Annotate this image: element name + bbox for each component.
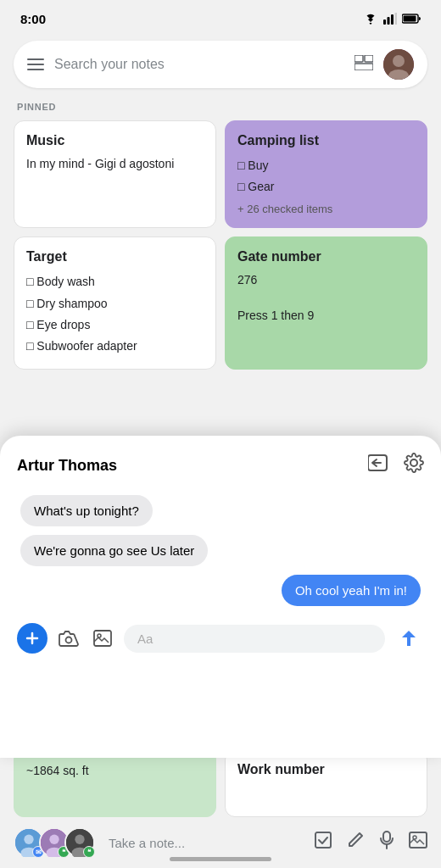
- target-item-3: Eye drops: [26, 314, 204, 336]
- camping-item-buy: Buy: [237, 155, 415, 176]
- status-time: 8:00: [20, 12, 46, 26]
- checkbox-icon[interactable]: [314, 831, 332, 854]
- svg-point-23: [75, 835, 84, 844]
- menu-icon[interactable]: [27, 58, 44, 70]
- wifi-icon: [363, 13, 378, 25]
- note-sqft-body: ~1864 sq. ft: [26, 762, 204, 780]
- message-received-2: We're gonna go see Us later: [20, 535, 208, 566]
- camping-item-gear: Gear: [237, 176, 415, 198]
- messenger-settings-icon[interactable]: [404, 453, 424, 478]
- svg-point-10: [393, 55, 405, 67]
- svg-rect-7: [365, 55, 373, 62]
- target-item-4: Subwoofer adapter: [26, 336, 204, 357]
- messenger-add-button[interactable]: [17, 623, 47, 654]
- messenger-contact-name: Artur Thomas: [17, 457, 117, 475]
- search-bar[interactable]: Search your notes: [14, 41, 427, 88]
- msg-row-1: What's up tonight?: [20, 495, 421, 526]
- note-gate[interactable]: Gate number 276Press 1 then 9: [225, 236, 427, 370]
- note-music-body: In my mind - Gigi d agostoni: [26, 155, 204, 173]
- mic-icon[interactable]: [380, 831, 394, 854]
- note-camping-list: Buy Gear: [237, 155, 415, 198]
- note-target[interactable]: Target Body wash Dry shampoo Eye drops S…: [14, 236, 216, 370]
- messenger-popup: Artur Thomas What's up tonig: [0, 436, 441, 758]
- msg-row-2: We're gonna go see Us later: [20, 535, 421, 566]
- note-target-list: Body wash Dry shampoo Eye drops Subwoofe…: [26, 271, 204, 357]
- svg-point-13: [66, 637, 72, 643]
- notes-grid: Music In my mind - Gigi d agostoni Campi…: [0, 120, 441, 370]
- note-camping-title: Camping list: [237, 133, 415, 148]
- messenger-back-icon[interactable]: [368, 453, 390, 477]
- user-avatar[interactable]: [383, 49, 414, 80]
- image-icon[interactable]: [409, 832, 427, 854]
- home-indicator: [170, 857, 271, 861]
- svg-rect-26: [383, 832, 390, 842]
- note-target-title: Target: [26, 249, 204, 264]
- note-music-title: Music: [26, 133, 204, 148]
- take-note-label[interactable]: Take a note...: [109, 836, 185, 850]
- svg-rect-5: [404, 16, 416, 22]
- messages-container: What's up tonight? We're gonna go see Us…: [17, 495, 424, 606]
- battery-icon: [402, 14, 421, 24]
- svg-rect-0: [383, 19, 386, 25]
- note-music[interactable]: Music In my mind - Gigi d agostoni: [14, 120, 216, 228]
- avatar-3-badge: ❝: [83, 846, 95, 858]
- svg-rect-3: [395, 13, 398, 25]
- messenger-input-row: Aa: [17, 623, 424, 654]
- messenger-text-input[interactable]: Aa: [124, 625, 385, 653]
- svg-rect-8: [354, 64, 373, 70]
- search-placeholder: Search your notes: [54, 57, 344, 72]
- note-gate-title: Gate number: [237, 249, 415, 264]
- status-bar: 8:00: [0, 0, 441, 34]
- note-camping-more: + 26 checked items: [237, 203, 415, 215]
- svg-rect-2: [391, 14, 394, 25]
- note-gate-body: 276Press 1 then 9: [237, 271, 415, 325]
- svg-rect-1: [388, 17, 390, 25]
- note-camping[interactable]: Camping list Buy Gear + 26 checked items: [225, 120, 427, 228]
- target-item-2: Dry shampoo: [26, 293, 204, 314]
- pencil-icon[interactable]: [348, 831, 365, 854]
- avatar-image: [383, 49, 414, 80]
- toolbar-avatars: ✉ ❝ ❝: [14, 827, 95, 858]
- message-sent-1: Oh cool yeah I'm in!: [282, 575, 421, 606]
- message-received-1: What's up tonight?: [20, 495, 153, 526]
- pinned-label: PINNED: [0, 102, 441, 120]
- target-item-1: Body wash: [26, 271, 204, 292]
- note-sqft[interactable]: ~1864 sq. ft: [14, 749, 216, 817]
- signal-icon: [383, 13, 397, 25]
- status-icons: [363, 13, 421, 25]
- svg-rect-25: [315, 832, 331, 848]
- note-worknumber[interactable]: Work number: [225, 749, 427, 817]
- messenger-header: Artur Thomas: [17, 453, 424, 478]
- toolbar-right: [300, 831, 441, 854]
- input-placeholder: Aa: [137, 632, 153, 646]
- msg-row-3: Oh cool yeah I'm in!: [20, 575, 421, 606]
- messenger-image-button[interactable]: [90, 626, 115, 651]
- note-work-title: Work number: [237, 762, 415, 777]
- layout-icon[interactable]: [354, 55, 373, 75]
- phone-frame: 8:00 S: [0, 0, 441, 868]
- messenger-actions: [368, 453, 424, 478]
- messenger-send-button[interactable]: [394, 623, 424, 654]
- svg-point-20: [49, 835, 59, 844]
- avatar-3[interactable]: ❝: [64, 827, 95, 858]
- toolbar-left: ✉ ❝ ❝: [0, 827, 300, 858]
- svg-rect-6: [354, 55, 363, 62]
- svg-point-17: [24, 835, 33, 844]
- bottom-notes-row: ~1864 sq. ft Work number: [0, 749, 441, 817]
- messenger-camera-button[interactable]: [56, 626, 81, 651]
